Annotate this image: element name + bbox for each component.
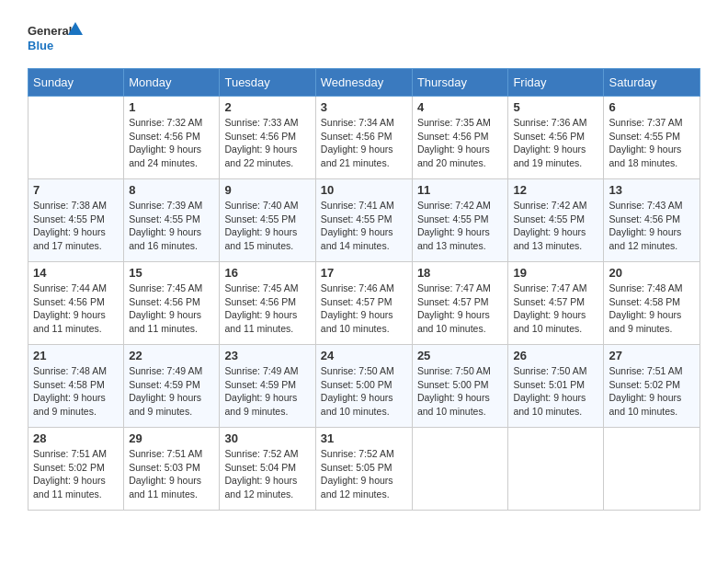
day-info: Sunrise: 7:50 AM Sunset: 5:01 PM Dayligh… bbox=[513, 364, 598, 419]
logo: General Blue bbox=[28, 18, 83, 59]
day-info: Sunrise: 7:52 AM Sunset: 5:04 PM Dayligh… bbox=[224, 447, 310, 501]
calendar-cell: 7Sunrise: 7:38 AM Sunset: 4:55 PM Daylig… bbox=[28, 179, 124, 262]
day-info: Sunrise: 7:49 AM Sunset: 4:59 PM Dayligh… bbox=[224, 364, 310, 419]
calendar-cell: 26Sunrise: 7:50 AM Sunset: 5:01 PM Dayli… bbox=[508, 345, 604, 428]
calendar-week-row: 1Sunrise: 7:32 AM Sunset: 4:56 PM Daylig… bbox=[28, 97, 700, 179]
day-number: 20 bbox=[609, 266, 695, 280]
calendar-cell: 22Sunrise: 7:49 AM Sunset: 4:59 PM Dayli… bbox=[124, 345, 220, 428]
day-number: 12 bbox=[513, 183, 598, 197]
calendar-cell: 25Sunrise: 7:50 AM Sunset: 5:00 PM Dayli… bbox=[412, 345, 508, 428]
calendar-week-row: 7Sunrise: 7:38 AM Sunset: 4:55 PM Daylig… bbox=[28, 179, 700, 262]
calendar-cell: 23Sunrise: 7:49 AM Sunset: 4:59 PM Dayli… bbox=[220, 345, 315, 428]
day-info: Sunrise: 7:45 AM Sunset: 4:56 PM Dayligh… bbox=[129, 282, 214, 336]
day-number: 5 bbox=[513, 100, 598, 114]
day-number: 1 bbox=[129, 100, 214, 114]
day-number: 31 bbox=[321, 431, 407, 445]
day-number: 14 bbox=[33, 266, 119, 280]
calendar-cell: 4Sunrise: 7:35 AM Sunset: 4:56 PM Daylig… bbox=[412, 97, 508, 179]
calendar-cell: 24Sunrise: 7:50 AM Sunset: 5:00 PM Dayli… bbox=[315, 345, 412, 428]
calendar-cell: 8Sunrise: 7:39 AM Sunset: 4:55 PM Daylig… bbox=[124, 179, 220, 262]
svg-text:General: General bbox=[28, 24, 72, 38]
day-number: 9 bbox=[224, 183, 310, 197]
calendar-cell: 31Sunrise: 7:52 AM Sunset: 5:05 PM Dayli… bbox=[315, 428, 412, 511]
calendar-cell: 16Sunrise: 7:45 AM Sunset: 4:56 PM Dayli… bbox=[220, 262, 315, 345]
day-info: Sunrise: 7:36 AM Sunset: 4:56 PM Dayligh… bbox=[513, 116, 598, 170]
weekday-header: Wednesday bbox=[315, 69, 412, 97]
day-info: Sunrise: 7:47 AM Sunset: 4:57 PM Dayligh… bbox=[513, 282, 598, 336]
day-number: 29 bbox=[129, 431, 214, 445]
day-number: 15 bbox=[129, 266, 214, 280]
day-number: 11 bbox=[417, 183, 504, 197]
weekday-header-row: SundayMondayTuesdayWednesdayThursdayFrid… bbox=[28, 69, 700, 97]
day-number: 25 bbox=[417, 349, 504, 362]
day-info: Sunrise: 7:51 AM Sunset: 5:02 PM Dayligh… bbox=[609, 364, 695, 419]
weekday-header: Tuesday bbox=[220, 69, 315, 97]
calendar-cell: 1Sunrise: 7:32 AM Sunset: 4:56 PM Daylig… bbox=[124, 97, 220, 179]
day-info: Sunrise: 7:44 AM Sunset: 4:56 PM Dayligh… bbox=[33, 282, 119, 336]
day-number: 28 bbox=[33, 431, 119, 445]
calendar-cell: 21Sunrise: 7:48 AM Sunset: 4:58 PM Dayli… bbox=[28, 345, 124, 428]
day-number: 30 bbox=[224, 431, 310, 445]
day-number: 19 bbox=[513, 266, 598, 280]
calendar-cell: 20Sunrise: 7:48 AM Sunset: 4:58 PM Dayli… bbox=[604, 262, 700, 345]
day-info: Sunrise: 7:41 AM Sunset: 4:55 PM Dayligh… bbox=[321, 199, 407, 253]
weekday-header: Saturday bbox=[604, 69, 700, 97]
calendar-week-row: 21Sunrise: 7:48 AM Sunset: 4:58 PM Dayli… bbox=[28, 345, 700, 428]
calendar-cell: 10Sunrise: 7:41 AM Sunset: 4:55 PM Dayli… bbox=[315, 179, 412, 262]
calendar-cell: 15Sunrise: 7:45 AM Sunset: 4:56 PM Dayli… bbox=[124, 262, 220, 345]
weekday-header: Friday bbox=[508, 69, 604, 97]
calendar-table: SundayMondayTuesdayWednesdayThursdayFrid… bbox=[28, 68, 700, 511]
calendar-cell: 5Sunrise: 7:36 AM Sunset: 4:56 PM Daylig… bbox=[508, 97, 604, 179]
day-info: Sunrise: 7:37 AM Sunset: 4:55 PM Dayligh… bbox=[609, 116, 695, 170]
calendar-cell: 11Sunrise: 7:42 AM Sunset: 4:55 PM Dayli… bbox=[412, 179, 508, 262]
calendar-week-row: 14Sunrise: 7:44 AM Sunset: 4:56 PM Dayli… bbox=[28, 262, 700, 345]
day-info: Sunrise: 7:34 AM Sunset: 4:56 PM Dayligh… bbox=[321, 116, 407, 170]
logo-svg: General Blue bbox=[28, 18, 83, 59]
day-info: Sunrise: 7:50 AM Sunset: 5:00 PM Dayligh… bbox=[321, 364, 407, 419]
calendar-cell: 30Sunrise: 7:52 AM Sunset: 5:04 PM Dayli… bbox=[220, 428, 315, 511]
calendar-cell bbox=[508, 428, 604, 511]
day-info: Sunrise: 7:38 AM Sunset: 4:55 PM Dayligh… bbox=[33, 199, 119, 253]
day-number: 7 bbox=[33, 183, 119, 197]
calendar-cell bbox=[412, 428, 508, 511]
calendar-cell: 12Sunrise: 7:42 AM Sunset: 4:55 PM Dayli… bbox=[508, 179, 604, 262]
calendar-cell: 29Sunrise: 7:51 AM Sunset: 5:03 PM Dayli… bbox=[124, 428, 220, 511]
day-number: 21 bbox=[33, 349, 119, 362]
calendar-cell: 2Sunrise: 7:33 AM Sunset: 4:56 PM Daylig… bbox=[220, 97, 315, 179]
calendar-cell: 27Sunrise: 7:51 AM Sunset: 5:02 PM Dayli… bbox=[604, 345, 700, 428]
calendar-cell: 17Sunrise: 7:46 AM Sunset: 4:57 PM Dayli… bbox=[315, 262, 412, 345]
day-number: 22 bbox=[129, 349, 214, 362]
calendar-cell: 3Sunrise: 7:34 AM Sunset: 4:56 PM Daylig… bbox=[315, 97, 412, 179]
calendar-cell bbox=[604, 428, 700, 511]
day-info: Sunrise: 7:46 AM Sunset: 4:57 PM Dayligh… bbox=[321, 282, 407, 336]
day-info: Sunrise: 7:42 AM Sunset: 4:55 PM Dayligh… bbox=[417, 199, 504, 253]
day-info: Sunrise: 7:43 AM Sunset: 4:56 PM Dayligh… bbox=[609, 199, 695, 253]
calendar-cell: 19Sunrise: 7:47 AM Sunset: 4:57 PM Dayli… bbox=[508, 262, 604, 345]
day-number: 2 bbox=[224, 100, 310, 114]
page-header: General Blue bbox=[28, 18, 700, 59]
day-info: Sunrise: 7:48 AM Sunset: 4:58 PM Dayligh… bbox=[609, 282, 695, 336]
day-info: Sunrise: 7:42 AM Sunset: 4:55 PM Dayligh… bbox=[513, 199, 598, 253]
calendar-cell: 13Sunrise: 7:43 AM Sunset: 4:56 PM Dayli… bbox=[604, 179, 700, 262]
day-info: Sunrise: 7:35 AM Sunset: 4:56 PM Dayligh… bbox=[417, 116, 504, 170]
day-info: Sunrise: 7:47 AM Sunset: 4:57 PM Dayligh… bbox=[417, 282, 504, 336]
svg-text:Blue: Blue bbox=[28, 39, 53, 52]
weekday-header: Thursday bbox=[412, 69, 508, 97]
day-number: 4 bbox=[417, 100, 504, 114]
day-info: Sunrise: 7:52 AM Sunset: 5:05 PM Dayligh… bbox=[321, 447, 407, 501]
calendar-cell: 28Sunrise: 7:51 AM Sunset: 5:02 PM Dayli… bbox=[28, 428, 124, 511]
day-info: Sunrise: 7:32 AM Sunset: 4:56 PM Dayligh… bbox=[129, 116, 214, 170]
day-number: 16 bbox=[224, 266, 310, 280]
day-number: 8 bbox=[129, 183, 214, 197]
day-info: Sunrise: 7:51 AM Sunset: 5:02 PM Dayligh… bbox=[33, 447, 119, 501]
day-info: Sunrise: 7:45 AM Sunset: 4:56 PM Dayligh… bbox=[224, 282, 310, 336]
day-info: Sunrise: 7:48 AM Sunset: 4:58 PM Dayligh… bbox=[33, 364, 119, 419]
day-number: 13 bbox=[609, 183, 695, 197]
day-number: 27 bbox=[609, 349, 695, 362]
calendar-cell bbox=[28, 97, 124, 179]
day-number: 10 bbox=[321, 183, 407, 197]
calendar-cell: 6Sunrise: 7:37 AM Sunset: 4:55 PM Daylig… bbox=[604, 97, 700, 179]
day-info: Sunrise: 7:39 AM Sunset: 4:55 PM Dayligh… bbox=[129, 199, 214, 253]
day-number: 17 bbox=[321, 266, 407, 280]
day-info: Sunrise: 7:51 AM Sunset: 5:03 PM Dayligh… bbox=[129, 447, 214, 501]
